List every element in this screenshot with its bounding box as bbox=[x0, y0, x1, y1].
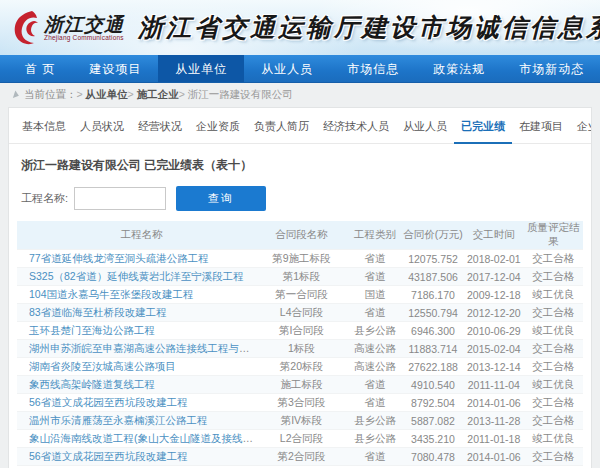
quality-result-cell: 竣工优良 bbox=[524, 322, 583, 340]
project-name-link[interactable]: 温州市乐清雁荡至永嘉楠溪江公路工程 bbox=[29, 414, 208, 426]
project-name-link[interactable]: S325（82省道）延伸线黄岩北洋至宁溪段工程 bbox=[29, 270, 244, 282]
breadcrumb-item[interactable]: 从业单位 bbox=[77, 88, 128, 102]
project-category-cell: 省道 bbox=[348, 304, 402, 322]
contract-section-cell: 第一合同段 bbox=[255, 286, 348, 304]
project-name-input[interactable] bbox=[74, 187, 166, 210]
table-row: 83省道临海至杜桥段改建工程 L4合同段 省道 12550.794 2012-1… bbox=[17, 304, 583, 322]
quality-result-cell: 交工合格 bbox=[524, 268, 583, 286]
quality-result-cell: 竣工优良 bbox=[524, 286, 583, 304]
project-name-link[interactable]: 104国道永嘉乌牛至张堡段改建工程 bbox=[29, 288, 194, 300]
project-name-link[interactable]: 56省道文成花园至西坑段改建工程 bbox=[29, 450, 188, 462]
project-category-cell: 县乡公路 bbox=[348, 322, 402, 340]
table-row: 玉环县楚门至海边公路工程 第I合同段 县乡公路 6946.300 2010-06… bbox=[17, 322, 583, 340]
quality-result-cell: 交工合格 bbox=[524, 394, 583, 412]
quality-result-cell: 交工合格 bbox=[524, 304, 583, 322]
site-logo: 浙江交通 Zhejiang Communications bbox=[10, 9, 138, 47]
tab[interactable]: 在建项目 bbox=[512, 117, 570, 144]
tab[interactable]: 已完业绩 bbox=[454, 117, 512, 144]
contract-price-cell: 27622.188 bbox=[402, 358, 464, 376]
tab[interactable]: 负责人简历 bbox=[247, 117, 316, 144]
project-name-cell: 温州市乐清雁荡至永嘉楠溪江公路工程 bbox=[17, 412, 255, 430]
project-name-link[interactable]: 象西线高架岭隧道复线工程 bbox=[29, 378, 155, 390]
handover-date-cell: 2011-01-18 bbox=[464, 430, 523, 448]
project-name-link[interactable]: 湖州申苏浙皖至申嘉湖高速公路连接线工程与吴兴大道交叉段设计变更施工 bbox=[29, 342, 255, 354]
table-row: 湖南省炎陵至汝城高速公路项目 第20标段 高速公路 27622.188 2013… bbox=[17, 358, 583, 376]
project-name-cell: S325（82省道）延伸线黄岩北洋至宁溪段工程 bbox=[17, 268, 255, 286]
logo-text-en: Zhejiang Communications bbox=[44, 34, 124, 41]
project-category-cell: 高速公路 bbox=[348, 340, 402, 358]
project-category-cell: 省道 bbox=[348, 376, 402, 394]
project-name-link[interactable]: 83省道临海至杜桥段改建工程 bbox=[29, 306, 167, 318]
contract-price-cell: 6946.300 bbox=[402, 322, 464, 340]
logo-text-cn: 浙江交通 bbox=[44, 14, 124, 34]
table-row: 象西线高架岭隧道复线工程 施工标段 省道 4910.540 2011-11-04… bbox=[17, 376, 583, 394]
project-name-cell: 湖南省炎陵至汝城高速公路项目 bbox=[17, 358, 255, 376]
tab[interactable]: 经济技术人员 bbox=[316, 117, 396, 144]
handover-date-cell: 2010-06-29 bbox=[464, 322, 523, 340]
tab[interactable]: 经营状况 bbox=[131, 117, 189, 144]
contract-section-cell: 第I合同段 bbox=[255, 322, 348, 340]
quality-result-cell: 竣工优良 bbox=[524, 430, 583, 448]
nav-item[interactable]: 从业人员 bbox=[244, 55, 330, 82]
breadcrumb-item[interactable]: 浙江一路建设有限公司 bbox=[179, 88, 293, 102]
nav-item[interactable]: 从业单位 bbox=[158, 55, 244, 82]
column-header-project-category: 工程类别 bbox=[348, 221, 402, 250]
breadcrumb-item[interactable]: 施工企业 bbox=[128, 88, 179, 102]
contract-price-cell: 43187.506 bbox=[402, 268, 464, 286]
handover-date-cell: 2014-01-06 bbox=[464, 448, 523, 466]
project-name-cell: 象西线高架岭隧道复线工程 bbox=[17, 376, 255, 394]
project-name-cell: 玉环县楚门至海边公路工程 bbox=[17, 322, 255, 340]
contract-section-cell: L2合同段 bbox=[255, 430, 348, 448]
nav-item[interactable]: 建设项目 bbox=[72, 55, 158, 82]
project-name-link[interactable]: 77省道延伸线龙湾至洞头疏港公路工程 bbox=[29, 252, 209, 264]
table-row: 象山沿海南线改道工程(象山大金山隧道及接线工程) L2合同段 县乡公路 3435… bbox=[17, 430, 583, 448]
completed-projects-table: 工程名称 合同段名称 工程类别 合同价(万元) 交工时间 质量评定结果 77省道… bbox=[17, 221, 583, 468]
filter-row: 工程名称: 查询 bbox=[21, 186, 579, 211]
tab[interactable]: 人员状况 bbox=[73, 117, 131, 144]
project-name-link[interactable]: 56省道文成花园至西坑段改建工程 bbox=[29, 396, 188, 408]
project-category-cell: 省道 bbox=[348, 448, 402, 466]
contract-price-cell: 8792.504 bbox=[402, 394, 464, 412]
column-header-contract-price: 合同价(万元) bbox=[402, 221, 464, 250]
nav-item[interactable]: 市场信息 bbox=[330, 55, 416, 82]
column-header-quality-result: 质量评定结果 bbox=[524, 221, 583, 250]
project-name-cell: 104国道永嘉乌牛至张堡段改建工程 bbox=[17, 286, 255, 304]
main-nav: 首 页 建设项目 从业单位 从业人员 市场信息 政策法规 市场新动态 公示期信息… bbox=[0, 55, 600, 83]
contract-price-cell: 5887.082 bbox=[402, 412, 464, 430]
contract-price-cell: 12075.752 bbox=[402, 250, 464, 268]
project-name-link[interactable]: 玉环县楚门至海边公路工程 bbox=[29, 324, 155, 336]
contract-section-cell: 第IV标段 bbox=[255, 412, 348, 430]
contract-section-cell: 1标段 bbox=[255, 340, 348, 358]
tab[interactable]: 基本信息 bbox=[15, 117, 73, 144]
quality-result-cell: 交工合格 bbox=[524, 448, 583, 466]
tab[interactable]: 企业资质 bbox=[189, 117, 247, 144]
nav-item[interactable]: 首 页 bbox=[8, 55, 72, 82]
nav-item[interactable]: 市场新动态 bbox=[502, 55, 600, 82]
project-name-cell: 77省道延伸线龙湾至洞头疏港公路工程 bbox=[17, 250, 255, 268]
project-name-cell: 83省道临海至杜桥段改建工程 bbox=[17, 304, 255, 322]
project-name-cell: 象山沿海南线改道工程(象山大金山隧道及接线工程) bbox=[17, 430, 255, 448]
page-title: 浙江一路建设有限公司 已完业绩表（表十） bbox=[21, 157, 579, 174]
table-row: 77省道延伸线龙湾至洞头疏港公路工程 第9施工标段 省道 12075.752 2… bbox=[17, 250, 583, 268]
project-category-cell: 省道 bbox=[348, 268, 402, 286]
quality-result-cell: 交工合格 bbox=[524, 340, 583, 358]
site-header: 浙江交通 Zhejiang Communications 浙江省交通运输厅建设市… bbox=[0, 0, 600, 55]
project-name-label: 工程名称: bbox=[21, 191, 68, 206]
tab[interactable]: 企业科技 bbox=[570, 117, 592, 144]
handover-date-cell: 2015-02-04 bbox=[464, 340, 523, 358]
column-header-handover-date: 交工时间 bbox=[464, 221, 523, 250]
project-name-link[interactable]: 湖南省炎陵至汝城高速公路项目 bbox=[29, 360, 176, 372]
project-name-link[interactable]: 象山沿海南线改道工程(象山大金山隧道及接线工程) bbox=[29, 432, 255, 444]
handover-date-cell: 2017-12-04 bbox=[464, 268, 523, 286]
handover-date-cell: 2013-12-14 bbox=[464, 358, 523, 376]
quality-result-cell: 交工合格 bbox=[524, 250, 583, 268]
search-button[interactable]: 查询 bbox=[176, 186, 266, 211]
breadcrumb-prefix: 当前位置： bbox=[24, 88, 77, 102]
contract-price-cell: 3435.210 bbox=[402, 430, 464, 448]
contract-price-cell: 7080.478 bbox=[402, 448, 464, 466]
table-row: 56省道文成花园至西坑段改建工程 第2合同段 省道 7080.478 2014-… bbox=[17, 448, 583, 466]
nav-item[interactable]: 政策法规 bbox=[416, 55, 502, 82]
table-row: S325（82省道）延伸线黄岩北洋至宁溪段工程 第1标段 省道 43187.50… bbox=[17, 268, 583, 286]
project-name-cell: 56省道文成花园至西坑段改建工程 bbox=[17, 394, 255, 412]
tab[interactable]: 从业人员 bbox=[396, 117, 454, 144]
